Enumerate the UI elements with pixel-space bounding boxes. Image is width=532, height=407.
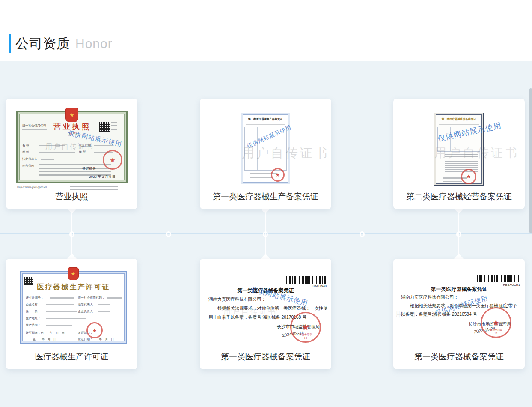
official-seal: ★: [461, 169, 476, 184]
field-label: 企业负责人：: [78, 309, 96, 314]
redacted-text-block: [70, 186, 118, 190]
redacted-text-line: [439, 124, 479, 125]
seal-note: 1-3: [299, 337, 312, 339]
document-line: 以备案，备案号:湘长械备 20210584 号: [401, 311, 477, 317]
field-label: 经营范围: [22, 164, 34, 168]
credit-code-label: 统一社会信用代码: [22, 123, 46, 128]
timeline-node: [263, 231, 268, 237]
seal-note: 1-3: [490, 332, 502, 335]
validity-from: 许可期限：自 年 月 日: [26, 331, 65, 335]
qr-code: [99, 122, 110, 132]
section-accent-bar: [9, 34, 11, 53]
card-caption: 第一类医疗器械备案凭证: [200, 351, 331, 362]
card-notch: [261, 209, 270, 214]
redacted-text-line: [443, 181, 462, 182]
field-label: 类 型: [22, 150, 29, 154]
card-notch: [454, 254, 464, 259]
redacted-text-line: [46, 311, 77, 312]
official-seal: ★ 审批专用章 1-3: [481, 307, 511, 338]
document-line: 根据相关法规要求，对你单位第一类医疗器械：一次性使: [217, 305, 327, 311]
table-divider: [450, 127, 451, 151]
certificate-card-business-license[interactable]: ★ 统一社会信用代码 营业执照 （副 本） 名 称 成立日期 类 型 住 所 法…: [6, 99, 137, 209]
field-label: 许可证编号：: [26, 296, 44, 300]
timeline-node: [456, 231, 461, 237]
certificate-title: 第一类医疗器械生产备案凭证: [241, 117, 290, 121]
national-emblem-icon: ★: [65, 108, 78, 122]
seal-label: 审批专用章: [487, 328, 505, 332]
validity-to: 至 年 月 日: [33, 337, 56, 341]
field-label: 法定代表人：: [78, 302, 96, 307]
barcode: [477, 275, 520, 282]
certificate-card-operation-filing[interactable]: 第二类医疗器械经营备案凭证 ★ 仅供网站展示使用 用户自传证书 第二类医疗器械经…: [393, 99, 525, 209]
card-caption: 营业执照: [6, 191, 137, 202]
certificate-card-production-license[interactable]: ★ 医疗器械生产许可证 许可证编号： 统一社会信用代码： 企业名称： 法定代表人…: [6, 259, 137, 369]
field-label: 统一社会信用代码：: [78, 296, 105, 300]
field-label: 住 所: [79, 150, 86, 154]
certificate-title: 第二类医疗器械经营备案凭证: [434, 117, 483, 121]
redacted-text-line: [246, 124, 285, 125]
card-caption: 医疗器械生产许可证: [6, 351, 137, 362]
certificate-table: [437, 127, 480, 152]
license-title: 营业执照: [49, 122, 96, 132]
certificate-card-production-filing[interactable]: 第一类医疗器械生产备案凭证 ★ 仅供网站展示使用 用户自传证书 第一类医疗器械生…: [200, 99, 331, 209]
seal-label: 审批专用章: [297, 333, 314, 336]
timeline-node: [360, 231, 365, 237]
section-subtitle: Honor: [75, 36, 113, 51]
card-notch: [67, 254, 77, 259]
official-seal: ★ 审批专用章 1-3: [290, 312, 321, 343]
national-emblem-icon: ★: [68, 267, 79, 280]
field-label: 企业名称：: [26, 302, 41, 307]
document-title: 第一类医疗器械备案凭证: [200, 287, 331, 294]
field-label: 名 称: [22, 143, 29, 147]
redacted-text-line: [46, 325, 72, 326]
redacted-text-line: [107, 297, 122, 299]
official-seal: ★: [103, 150, 122, 170]
certificate-card-class1-filing-1[interactable]: 07MION48 第一类医疗器械备案凭证 湖南力宾医疗科技有限公司： 根据相关法…: [200, 259, 331, 369]
section-header: 公司资质 Honor: [15, 34, 113, 54]
official-seal: ★: [86, 322, 103, 338]
scrollbar-thumb[interactable]: [529, 88, 532, 233]
field-label: 生产地址：: [26, 316, 41, 320]
field-label: 生产范围：: [26, 323, 41, 327]
field-label: 住 所：: [26, 309, 41, 314]
redacted-text-line: [50, 297, 74, 299]
card-caption: 第二类医疗器械经营备案凭证: [393, 191, 525, 202]
card-notch: [454, 209, 464, 214]
redacted-text-line: [94, 145, 113, 146]
redacted-text-line: [39, 152, 75, 153]
license-date: 2023 年 3 月 9 日: [89, 174, 116, 179]
footer-url: http://www.gsxt.gov.cn: [17, 185, 47, 189]
redacted-text-line: [98, 311, 110, 312]
redacted-text-line: [41, 159, 54, 160]
field-label: 成立日期: [79, 143, 91, 147]
redacted-text-line: [46, 318, 86, 319]
timeline-node: [69, 231, 74, 237]
timeline-node: [166, 231, 171, 237]
redacted-text-line: [22, 129, 47, 130]
redacted-text-line: [250, 177, 272, 178]
certificate-table: [244, 127, 287, 171]
page: 公司资质 Honor ★ 统一社会信用代码 营业执照 （副 本） 名 称: [0, 0, 532, 407]
redacted-text-line: [39, 145, 65, 146]
document-title: 第一类医疗器械备案凭证: [393, 286, 525, 293]
redacted-text-line: [46, 304, 74, 305]
license-subtitle: （副 本）: [56, 132, 89, 136]
table-divider: [257, 127, 258, 170]
issuer-label: 登记机关: [82, 166, 96, 171]
field-label: 法定代表人: [22, 157, 37, 161]
official-seal: ★: [271, 168, 285, 182]
section-title: 公司资质: [15, 35, 70, 53]
card-caption: 第一类医疗器械备案凭证: [393, 351, 525, 362]
card-notch: [261, 254, 270, 259]
document-line: 湖南力宾医疗科技有限公司：: [401, 294, 458, 300]
document-line: 湖南力宾医疗科技有限公司：: [208, 296, 266, 302]
license-title: 医疗器械生产许可证: [31, 283, 116, 292]
barcode: [284, 276, 327, 284]
card-caption: 第一类医疗器械生产备案凭证: [200, 191, 331, 202]
redacted-text-line: [98, 304, 110, 305]
certificate-card-class1-filing-2[interactable]: RBSXOCR1 第一类医疗器械备案凭证 湖南力宾医疗科技有限公司： 根据相关法…: [393, 259, 525, 369]
section-content: ★ 统一社会信用代码 营业执照 （副 本） 名 称 成立日期 类 型 住 所 法…: [0, 61, 532, 407]
redacted-text-block: [111, 122, 117, 132]
card-notch: [67, 209, 77, 214]
